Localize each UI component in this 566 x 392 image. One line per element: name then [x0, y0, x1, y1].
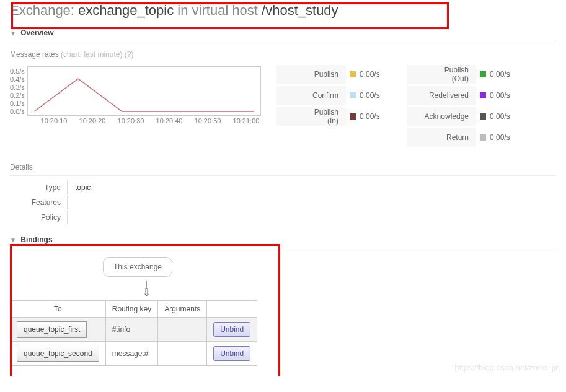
unbind-button[interactable]: Unbind: [213, 322, 250, 337]
y-tick: 0.4/s: [10, 76, 25, 84]
rate-row: Publish(Out)0.00/s: [407, 64, 512, 85]
y-tick: 0.2/s: [10, 92, 25, 100]
details-key: Features: [11, 196, 68, 209]
queue-link-button[interactable]: queue_topic_first: [17, 321, 87, 338]
collapse-triangle-icon: ▼: [10, 237, 16, 243]
rate-label: Confirm: [276, 86, 346, 105]
rate-legend-columns: Publish0.00/sConfirm0.00/sPublish(In)0.0…: [276, 64, 512, 148]
watermark: https://blog.csdn.net/zorro_jin: [454, 363, 560, 372]
rate-value: 0.00/s: [490, 112, 510, 121]
arguments-cell: [158, 318, 207, 342]
rate-label: Return: [407, 128, 476, 147]
rates-chart: 0.5/s0.4/s0.3/s0.2/s0.1/s0.0/s: [10, 66, 276, 116]
chart-canvas: [27, 66, 261, 116]
overview-section-header[interactable]: ▼ Overview: [10, 24, 556, 41]
arrow-down-icon: ⇓: [128, 289, 165, 295]
y-tick: 0.3/s: [10, 84, 25, 92]
title-prefix: Exchange:: [10, 2, 74, 18]
unbind-button[interactable]: Unbind: [213, 346, 250, 361]
details-value: [69, 211, 97, 224]
bindings-header-cell: Arguments: [158, 301, 207, 318]
page-title: Exchange: exchange_topic in virtual host…: [10, 2, 556, 19]
bindings-label: Bindings: [20, 235, 52, 244]
x-tick: 10:20:30: [112, 117, 150, 124]
details-value: topic: [69, 181, 97, 194]
legend-swatch: [480, 134, 486, 141]
legend-swatch: [480, 71, 486, 77]
table-row: queue_topic_secondmessage.#Unbind: [11, 342, 257, 366]
y-tick: 0.1/s: [10, 100, 25, 108]
routing-key-cell: message.#: [105, 342, 157, 366]
bindings-header-cell: [207, 301, 257, 318]
rate-value: 0.00/s: [490, 133, 510, 142]
legend-swatch: [350, 113, 356, 120]
rate-row: Publish(In)0.00/s: [276, 106, 382, 127]
rate-column: Publish(Out)0.00/sRedelivered0.00/sAckno…: [407, 64, 512, 148]
details-row: Policy: [11, 211, 97, 224]
rate-row: Acknowledge0.00/s: [407, 106, 512, 127]
rate-value: 0.00/s: [490, 70, 510, 79]
chart-x-axis: 10:20:1010:20:2010:20:3010:20:4010:20:50…: [35, 117, 276, 124]
rate-label: Publish(Out): [407, 65, 476, 84]
table-row: queue_topic_first#.infoUnbind: [11, 318, 257, 342]
collapse-triangle-icon: ▼: [10, 30, 16, 37]
x-tick: 10:21:00: [227, 117, 265, 124]
rate-value: 0.00/s: [360, 91, 380, 100]
legend-swatch: [350, 71, 356, 77]
legend-swatch: [480, 113, 486, 120]
vhost-name: /vhost_study: [262, 2, 338, 18]
rate-row: Return0.00/s: [407, 127, 512, 148]
rate-label: Publish: [276, 65, 346, 84]
bindings-header-cell: To: [11, 301, 106, 318]
x-tick: 10:20:10: [35, 117, 73, 124]
rate-row: Publish0.00/s: [276, 64, 382, 85]
rate-value: 0.00/s: [360, 70, 380, 79]
title-mid: in virtual host: [177, 2, 258, 18]
details-row: Typetopic: [11, 181, 97, 194]
details-table: TypetopicFeaturesPolicy: [10, 180, 98, 225]
x-tick: 10:20:20: [73, 117, 112, 124]
details-value: [69, 196, 97, 209]
chart-line: [34, 79, 254, 111]
exchange-name: exchange_topic: [78, 2, 174, 18]
legend-swatch: [480, 92, 486, 98]
details-row: Features: [11, 196, 97, 209]
rate-label: Publish(In): [276, 107, 346, 126]
help-icon[interactable]: (?): [125, 50, 134, 59]
bindings-header-cell: Routing key: [105, 301, 157, 318]
bindings-section-header[interactable]: ▼ Bindings: [10, 230, 556, 248]
details-header: Details: [10, 159, 556, 176]
y-tick: 0.0/s: [10, 108, 25, 116]
rate-row: Confirm0.00/s: [276, 85, 382, 106]
bindings-table: ToRouting keyArgumentsqueue_topic_first#…: [10, 300, 257, 366]
y-tick: 0.5/s: [10, 68, 25, 76]
rate-row: Redelivered0.00/s: [407, 85, 512, 106]
x-tick: 10:20:40: [150, 117, 188, 124]
rate-label: Redelivered: [407, 86, 476, 105]
rates-label: Message rates: [10, 50, 59, 59]
rate-value: 0.00/s: [360, 112, 380, 121]
details-key: Policy: [11, 211, 68, 224]
rate-column: Publish0.00/sConfirm0.00/sPublish(In)0.0…: [276, 64, 382, 148]
this-exchange-box: This exchange: [103, 257, 172, 277]
chart-y-axis: 0.5/s0.4/s0.3/s0.2/s0.1/s0.0/s: [10, 66, 25, 116]
rates-note: (chart: last minute): [61, 50, 122, 59]
rate-value: 0.00/s: [490, 91, 510, 100]
overview-label: Overview: [20, 28, 53, 37]
routing-key-cell: #.info: [105, 318, 157, 342]
x-tick: 10:20:50: [188, 117, 227, 124]
arguments-cell: [158, 342, 207, 366]
queue-link-button[interactable]: queue_topic_second: [17, 346, 99, 362]
rate-label: Acknowledge: [407, 107, 476, 126]
message-rates-header: Message rates (chart: last minute) (?): [10, 50, 556, 59]
details-key: Type: [11, 181, 68, 194]
legend-swatch: [350, 92, 356, 98]
